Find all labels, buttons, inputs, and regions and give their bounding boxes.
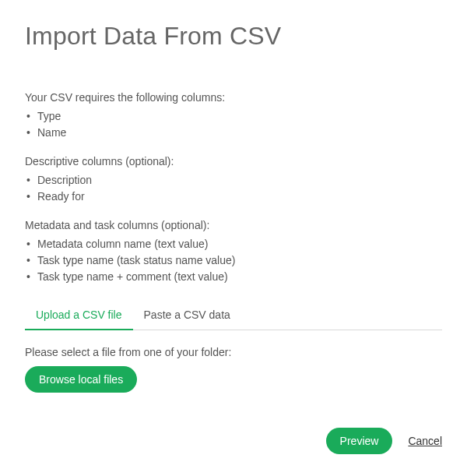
metadata-columns-list: Metadata column name (text value) Task t… <box>25 236 442 285</box>
cancel-link[interactable]: Cancel <box>408 435 442 447</box>
required-columns-heading: Your CSV requires the following columns: <box>25 91 442 104</box>
descriptive-columns-section: Descriptive columns (optional): Descript… <box>25 155 442 205</box>
descriptive-columns-heading: Descriptive columns (optional): <box>25 155 442 167</box>
list-item: Ready for <box>25 189 442 205</box>
required-columns-list: Type Name <box>25 108 442 141</box>
list-item: Description <box>25 172 442 189</box>
tab-upload-csv[interactable]: Upload a CSV file <box>25 301 133 330</box>
list-item: Task type name (task status name value) <box>25 252 442 269</box>
required-columns-section: Your CSV requires the following columns:… <box>25 91 442 141</box>
tab-paste-csv[interactable]: Paste a CSV data <box>133 301 241 330</box>
upload-prompt: Please select a file from one of your fo… <box>25 346 442 358</box>
preview-button[interactable]: Preview <box>326 428 393 454</box>
list-item: Metadata column name (text value) <box>25 236 442 252</box>
tabs: Upload a CSV file Paste a CSV data <box>25 301 442 330</box>
list-item: Task type name + comment (text value) <box>25 269 442 285</box>
browse-local-files-button[interactable]: Browse local files <box>25 366 137 393</box>
page-title: Import Data From CSV <box>25 22 442 51</box>
metadata-columns-section: Metadata and task columns (optional): Me… <box>25 219 442 285</box>
list-item: Name <box>25 125 442 141</box>
descriptive-columns-list: Description Ready for <box>25 172 442 205</box>
footer-actions: Preview Cancel <box>326 428 442 454</box>
metadata-columns-heading: Metadata and task columns (optional): <box>25 219 442 231</box>
list-item: Type <box>25 108 442 125</box>
